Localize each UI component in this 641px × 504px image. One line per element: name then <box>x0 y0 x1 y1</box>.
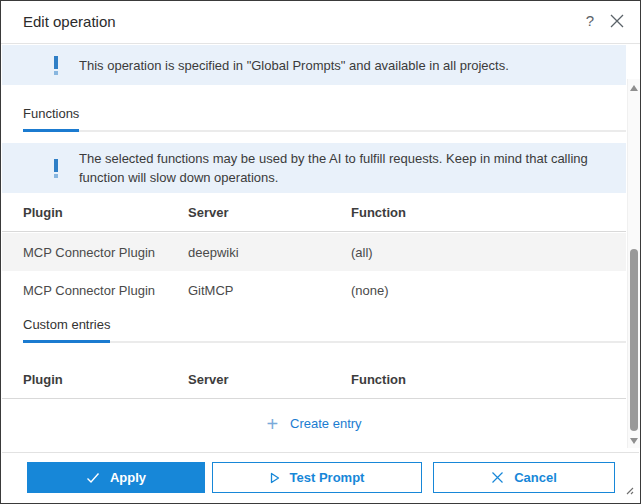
cancel-button-label: Cancel <box>514 470 557 485</box>
column-header-server: Server <box>188 205 351 220</box>
cell-server: GitMCP <box>188 283 351 298</box>
create-entry-button[interactable]: + Create entry <box>260 415 367 433</box>
close-icon[interactable] <box>608 12 626 30</box>
plus-icon: + <box>266 416 278 432</box>
tab-functions[interactable]: Functions <box>23 106 79 132</box>
functions-info-banner-text: The selected functions may be used by th… <box>79 149 596 187</box>
functions-table-header: Plugin Server Function <box>2 193 626 232</box>
create-entry-label: Create entry <box>290 416 362 431</box>
functions-tab-bar: Functions <box>23 98 626 132</box>
x-icon <box>491 471 504 484</box>
dialog-title: Edit operation <box>23 13 116 30</box>
column-header-plugin: Plugin <box>23 205 188 220</box>
test-prompt-button[interactable]: Test Prompt <box>212 462 422 493</box>
resize-handle-icon[interactable] <box>624 481 634 499</box>
play-icon <box>270 472 280 484</box>
table-row[interactable]: MCP Connector Plugin GitMCP (none) <box>2 271 626 309</box>
cell-function: (all) <box>351 245 626 260</box>
global-prompts-banner-text: This operation is specified in "Global P… <box>79 56 509 75</box>
info-exclamation-icon <box>54 159 58 178</box>
table-row[interactable]: MCP Connector Plugin deepwiki (all) <box>2 233 626 271</box>
apply-button[interactable]: Apply <box>27 462 205 493</box>
custom-entries-table-header: Plugin Server Function <box>2 360 626 399</box>
scroll-down-arrow-icon[interactable] <box>630 438 638 444</box>
cell-plugin: MCP Connector Plugin <box>23 283 188 298</box>
scrollbar-thumb[interactable] <box>630 249 638 431</box>
cell-server: deepwiki <box>188 245 351 260</box>
functions-info-banner: The selected functions may be used by th… <box>2 143 626 193</box>
apply-button-label: Apply <box>110 470 146 485</box>
custom-entries-tab-bar: Custom entries <box>23 309 626 343</box>
column-header-function: Function <box>351 372 626 387</box>
column-header-function: Function <box>351 205 626 220</box>
vertical-scrollbar[interactable] <box>627 79 640 448</box>
dialog-footer: Apply Test Prompt Cancel <box>2 452 639 504</box>
help-icon[interactable]: ? <box>586 12 594 29</box>
cell-plugin: MCP Connector Plugin <box>23 245 188 260</box>
global-prompts-banner: This operation is specified in "Global P… <box>2 45 626 85</box>
cell-function: (none) <box>351 283 626 298</box>
column-header-plugin: Plugin <box>23 372 188 387</box>
tab-custom-entries[interactable]: Custom entries <box>23 317 110 343</box>
info-exclamation-icon <box>54 56 58 75</box>
column-header-server: Server <box>188 372 351 387</box>
create-entry-row: + Create entry <box>2 399 626 448</box>
dialog-titlebar: Edit operation ? <box>1 1 640 44</box>
test-prompt-button-label: Test Prompt <box>290 470 365 485</box>
edit-operation-dialog: Edit operation ? This operation is speci… <box>0 0 641 504</box>
cancel-button[interactable]: Cancel <box>433 462 615 493</box>
check-icon <box>86 472 100 484</box>
scroll-up-arrow-icon[interactable] <box>630 85 638 91</box>
